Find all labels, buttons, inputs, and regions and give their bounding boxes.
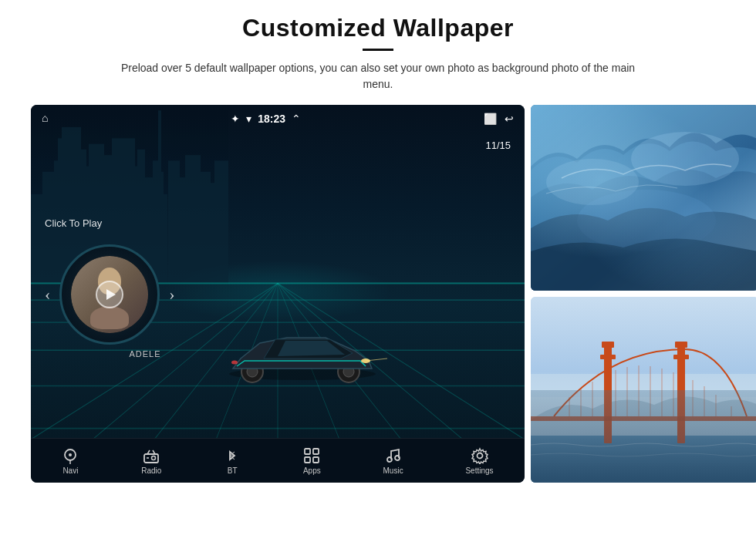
wifi-icon: ▾ <box>246 113 251 126</box>
expand-icon[interactable]: ⌃ <box>292 113 301 126</box>
settings-label: Settings <box>465 466 493 475</box>
svg-rect-80 <box>531 416 756 421</box>
svg-rect-60 <box>313 449 319 454</box>
navi-label: Navi <box>62 466 78 475</box>
nav-item-apps[interactable]: Apps <box>303 447 321 475</box>
svg-rect-79 <box>673 355 689 359</box>
main-screen: ⌂ ✦ ▾ 18:23 ⌃ ⬜ ↩ Click To Play ‹ <box>31 105 525 483</box>
navi-icon <box>62 447 79 464</box>
nav-item-settings[interactable]: Settings <box>465 447 493 475</box>
nav-item-music[interactable]: Music <box>383 447 403 475</box>
screen-icon[interactable]: ⬜ <box>484 113 497 126</box>
status-left: ⌂ <box>42 113 48 125</box>
status-bar: ⌂ ✦ ▾ 18:23 ⌃ ⬜ ↩ <box>31 105 525 133</box>
svg-rect-61 <box>305 457 310 463</box>
next-track-button[interactable]: › <box>169 284 174 305</box>
content-area: ⌂ ✦ ▾ 18:23 ⌃ ⬜ ↩ Click To Play ‹ <box>31 105 725 534</box>
svg-point-63 <box>387 457 392 462</box>
svg-rect-76 <box>600 355 616 359</box>
thumbnails-column <box>531 105 756 534</box>
svg-rect-72 <box>531 397 756 436</box>
nav-item-radio[interactable]: Radio <box>141 447 161 475</box>
nav-item-bt[interactable]: BT <box>224 447 241 475</box>
page-container: Customized Wallpaper Preload over 5 defa… <box>0 0 756 542</box>
radio-icon <box>143 447 160 464</box>
album-art[interactable] <box>59 244 160 345</box>
svg-point-68 <box>631 132 739 186</box>
bt-label: BT <box>228 466 238 475</box>
settings-icon <box>471 447 488 464</box>
nav-item-navi[interactable]: Navi <box>62 447 79 475</box>
svg-rect-66 <box>531 105 756 291</box>
page-subtitle: Preload over 5 default wallpaper options… <box>116 60 640 93</box>
status-center: ✦ ▾ 18:23 ⌃ <box>231 113 301 126</box>
svg-point-65 <box>477 453 482 458</box>
home-icon[interactable]: ⌂ <box>42 113 48 125</box>
svg-point-49 <box>69 453 72 456</box>
prev-track-button[interactable]: ‹ <box>45 284 50 305</box>
nav-bar: Navi Radio <box>31 438 525 483</box>
music-label: Music <box>383 466 403 475</box>
radio-label: Radio <box>141 466 161 475</box>
play-icon <box>106 289 116 300</box>
apps-icon <box>303 447 320 464</box>
svg-rect-78 <box>675 342 687 348</box>
date-display: 11/15 <box>485 140 511 151</box>
play-button[interactable] <box>96 281 123 308</box>
svg-rect-62 <box>313 457 319 463</box>
bluetooth-icon: ✦ <box>231 113 240 126</box>
svg-point-67 <box>546 159 639 205</box>
thumbnail-ice[interactable] <box>531 105 756 291</box>
svg-rect-75 <box>602 342 614 348</box>
back-icon[interactable]: ↩ <box>505 113 514 126</box>
bt-icon <box>224 447 241 464</box>
music-player: Click To Play ‹ › <box>45 140 245 436</box>
ice-wallpaper-image <box>531 105 756 291</box>
status-right: ⬜ ↩ <box>484 113 514 126</box>
thumbnail-bridge[interactable] <box>531 297 756 483</box>
svg-rect-73 <box>531 436 756 483</box>
click-to-play-label: Click To Play <box>45 217 245 229</box>
svg-rect-70 <box>531 297 756 483</box>
svg-rect-71 <box>531 374 756 436</box>
page-title: Customized Wallpaper <box>242 14 514 42</box>
svg-rect-59 <box>305 449 310 454</box>
svg-point-54 <box>152 456 156 460</box>
music-icon <box>385 447 402 464</box>
svg-point-69 <box>577 190 716 251</box>
title-divider <box>363 49 393 51</box>
bridge-wallpaper-image <box>531 297 756 483</box>
artist-name: ADELE <box>45 349 245 359</box>
apps-label: Apps <box>303 466 321 475</box>
album-row: ‹ › <box>45 244 245 345</box>
status-time: 18:23 <box>258 113 285 125</box>
